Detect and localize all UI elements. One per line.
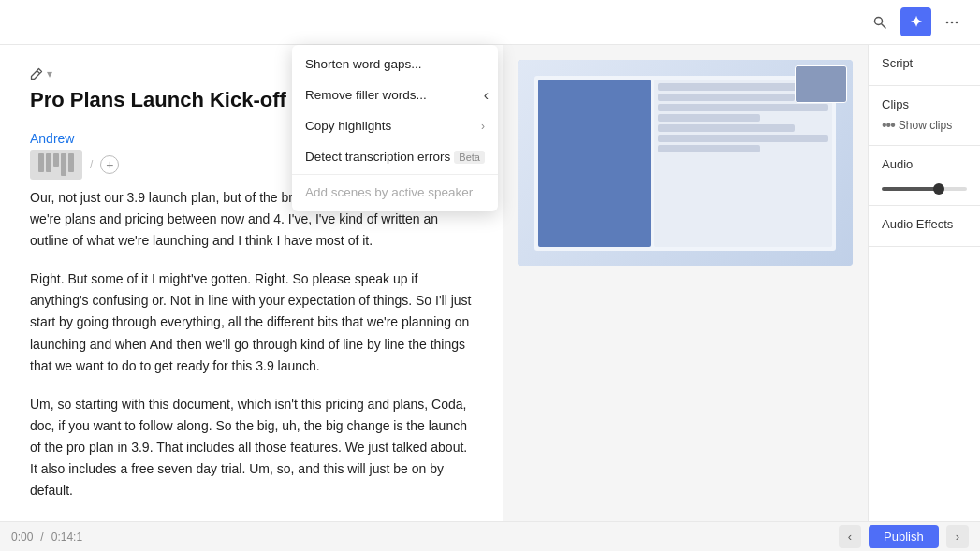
- audio-effects-label: Audio Effects: [882, 217, 967, 231]
- bottom-bar: 0:00 / 0:14:1 ‹ Publish ›: [0, 521, 980, 551]
- svg-point-2: [946, 21, 949, 23]
- video-screen: [518, 60, 853, 266]
- scene-thumbnail: [30, 150, 82, 180]
- clips-dots-icon: •••: [882, 117, 895, 134]
- dropdown-menu: Shorten word gaps... Remove filler words…: [292, 45, 498, 211]
- menu-item-add-scenes: Add scenes by active speaker: [292, 177, 498, 208]
- menu-item-shorten-gaps[interactable]: Shorten word gaps...: [292, 49, 498, 80]
- menu-divider: [292, 174, 498, 175]
- svg-line-1: [882, 24, 885, 28]
- ai-icon: ✦: [910, 13, 922, 31]
- nav-prev-button[interactable]: ‹: [839, 525, 861, 548]
- audio-slider[interactable]: [882, 187, 967, 191]
- mock-row-5: [658, 124, 795, 132]
- mock-row-2: [658, 94, 795, 101]
- mock-row-6: [658, 135, 828, 142]
- script-section: Script: [869, 45, 980, 86]
- time-separator: /: [40, 530, 43, 544]
- video-preview-panel: [503, 45, 868, 521]
- video-main-content: [654, 80, 832, 247]
- audio-label: Audio: [882, 157, 967, 171]
- audio-slider-container: [882, 179, 967, 194]
- svg-point-0: [875, 17, 883, 24]
- menu-item-detect-errors[interactable]: Detect transcription errors Beta: [292, 141, 498, 172]
- clips-row: ••• Show clips: [882, 117, 967, 134]
- toolbar: ✦: [0, 0, 980, 45]
- beta-badge: Beta: [454, 151, 485, 164]
- svg-point-3: [951, 21, 954, 23]
- search-button[interactable]: [867, 9, 893, 36]
- add-scene-button[interactable]: +: [100, 155, 119, 174]
- time-end: 0:14:1: [51, 530, 82, 544]
- menu-item-remove-filler[interactable]: Remove filler words... ‹: [292, 80, 498, 110]
- right-panel: Script Clips ••• Show clips Audio Audio …: [868, 45, 980, 521]
- mock-row-4: [658, 114, 760, 122]
- timestamp-slash: /: [86, 158, 96, 171]
- audio-section: Audio: [869, 146, 980, 206]
- show-clips-button[interactable]: Show clips: [899, 119, 952, 132]
- video-sidebar: [538, 80, 651, 247]
- speaker-pip: [795, 65, 847, 103]
- clips-label: Clips: [882, 97, 967, 111]
- copy-highlights-chevron: ›: [481, 120, 485, 133]
- transcript-paragraph-3[interactable]: Um, so starting with this document, whic…: [30, 394, 473, 501]
- nav-next-button[interactable]: ›: [946, 525, 969, 548]
- edit-title-button[interactable]: ▾: [30, 67, 52, 80]
- mock-row-7: [658, 145, 760, 152]
- edit-dropdown-icon: ▾: [47, 67, 52, 80]
- time-start: 0:00: [11, 530, 33, 544]
- clips-section: Clips ••• Show clips: [869, 86, 980, 146]
- video-content: [534, 76, 836, 251]
- mock-row-3: [658, 104, 828, 111]
- publish-button[interactable]: Publish: [869, 525, 939, 548]
- audio-effects-section: Audio Effects: [869, 206, 980, 247]
- video-container: [518, 60, 853, 266]
- cursor-icon: ‹: [484, 87, 489, 104]
- menu-item-copy-highlights[interactable]: Copy highlights ›: [292, 110, 498, 141]
- script-label: Script: [882, 56, 967, 70]
- ai-button[interactable]: ✦: [900, 7, 931, 36]
- more-options-button[interactable]: [939, 9, 965, 36]
- transcript-paragraph-4[interactable]: So anytime somebody upgrades to the pro …: [30, 518, 473, 521]
- svg-point-4: [956, 21, 958, 23]
- transcript-paragraph-2[interactable]: Right. But some of it I might've gotten.…: [30, 268, 473, 376]
- svg-line-5: [37, 71, 40, 74]
